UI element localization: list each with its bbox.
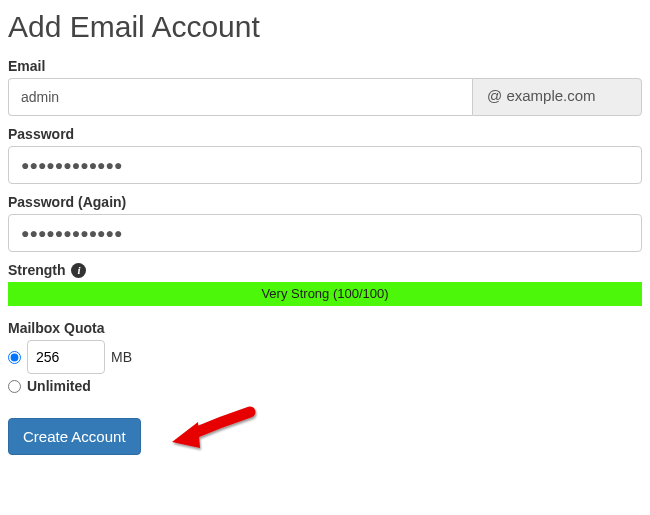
info-icon[interactable]: i (71, 263, 86, 278)
password-label: Password (8, 126, 642, 142)
create-account-button[interactable]: Create Account (8, 418, 141, 455)
quota-label: Mailbox Quota (8, 320, 642, 336)
strength-label-text: Strength (8, 262, 66, 278)
page-title: Add Email Account (8, 10, 642, 44)
quota-value-input[interactable] (27, 340, 105, 374)
quota-limited-radio[interactable] (8, 351, 21, 364)
password-again-input[interactable] (8, 214, 642, 252)
email-input[interactable] (8, 78, 472, 116)
svg-marker-0 (172, 422, 200, 448)
quota-unlimited-label: Unlimited (27, 378, 91, 394)
password-input[interactable] (8, 146, 642, 184)
email-label: Email (8, 58, 642, 74)
email-domain-addon: @ example.com (472, 78, 642, 116)
strength-label: Strength i (8, 262, 642, 278)
password-again-label: Password (Again) (8, 194, 642, 210)
quota-unit: MB (111, 349, 132, 365)
quota-unlimited-radio[interactable] (8, 380, 21, 393)
strength-meter: Very Strong (100/100) (8, 282, 642, 306)
annotation-arrow-icon (168, 406, 258, 456)
